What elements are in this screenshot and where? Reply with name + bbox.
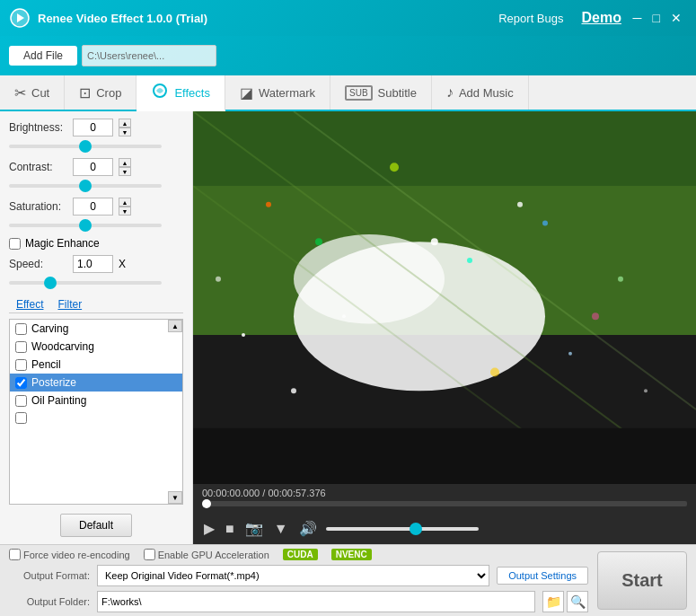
effect-carving[interactable]: Carving — [10, 320, 182, 338]
search-folder-button[interactable]: 🔍 — [567, 591, 588, 612]
format-row: Output Format: Keep Original Video Forma… — [9, 565, 588, 586]
extra-checkbox[interactable] — [15, 412, 27, 424]
tab-watermark[interactable]: ◪ Watermark — [225, 75, 330, 110]
tab-effects[interactable]: Effects — [137, 75, 225, 111]
force-reencode-label[interactable]: Force video re-encoding — [9, 549, 130, 560]
effect-extra[interactable] — [10, 409, 182, 427]
scroll-down-arrow[interactable]: ▼ — [168, 491, 182, 504]
output-format-label: Output Format: — [9, 570, 90, 581]
magic-enhance-row: Magic Enhance — [9, 237, 183, 250]
effect-posterize[interactable]: Posterize — [10, 374, 182, 392]
scroll-up-arrow[interactable]: ▲ — [168, 320, 182, 332]
svg-point-9 — [315, 238, 322, 245]
saturation-down[interactable]: ▼ — [119, 207, 131, 216]
file-path-input[interactable] — [82, 45, 216, 66]
svg-point-23 — [568, 352, 572, 356]
volume-slider[interactable] — [326, 527, 479, 531]
saturation-slider[interactable] — [9, 224, 162, 227]
close-button[interactable]: ✕ — [665, 9, 687, 27]
woodcarving-checkbox[interactable] — [15, 341, 27, 353]
effects-list: Carving Woodcarving Pencil Posterize Oil… — [10, 320, 182, 504]
right-panel: 00:00:00.000 / 00:00:57.376 ▶ ■ 📷 ▼ 🔊 — [193, 111, 696, 544]
stop-button[interactable]: ■ — [224, 519, 236, 539]
speed-slider[interactable] — [9, 281, 162, 285]
output-format-select[interactable]: Keep Original Video Format(*.mp4) — [97, 565, 489, 586]
start-button[interactable]: Start — [597, 551, 687, 610]
folder-buttons: 📁 🔍 — [542, 591, 588, 612]
player-controls: ▶ ■ 📷 ▼ 🔊 — [193, 513, 696, 544]
effect-woodcarving[interactable]: Woodcarving — [10, 338, 182, 356]
tab-crop[interactable]: ⊡ Crop — [65, 75, 137, 110]
posterize-checkbox[interactable] — [15, 377, 27, 389]
add-file-button[interactable]: Add File — [9, 46, 77, 66]
svg-point-10 — [490, 368, 499, 377]
time-current: 00:00:00.000 — [202, 488, 260, 498]
enable-gpu-label[interactable]: Enable GPU Acceleration — [144, 549, 269, 560]
effect-pencil[interactable]: Pencil — [10, 356, 182, 374]
tab-cut[interactable]: ✂ Cut — [0, 75, 65, 110]
contrast-down[interactable]: ▼ — [119, 167, 131, 176]
svg-point-18 — [242, 333, 245, 337]
brightness-slider-row — [9, 138, 183, 151]
svg-point-8 — [266, 202, 271, 207]
speed-unit: X — [119, 258, 126, 270]
brightness-row: Brightness: ▲ ▼ — [9, 119, 183, 136]
brightness-slider[interactable] — [9, 145, 162, 148]
magic-enhance-label: Magic Enhance — [25, 237, 100, 250]
saturation-slider-row — [9, 217, 183, 230]
svg-point-12 — [592, 312, 599, 320]
saturation-input[interactable] — [73, 198, 113, 216]
brightness-input[interactable] — [73, 119, 113, 136]
browse-folder-button[interactable]: 📁 — [542, 591, 564, 612]
contrast-up[interactable]: ▲ — [119, 158, 131, 167]
speed-input[interactable] — [73, 255, 113, 273]
saturation-up[interactable]: ▲ — [119, 198, 131, 207]
crop-icon: ⊡ — [79, 84, 91, 101]
maximize-button[interactable]: □ — [648, 9, 665, 27]
saturation-label: Saturation: — [9, 200, 67, 213]
svg-point-26 — [216, 277, 221, 282]
svg-point-25 — [644, 389, 648, 392]
oil-painting-checkbox[interactable] — [15, 395, 27, 407]
bottom-bar: Force video re-encoding Enable GPU Accel… — [0, 544, 696, 616]
video-preview — [193, 111, 696, 484]
tab-add-music[interactable]: ♪ Add Music — [432, 75, 529, 110]
svg-point-7 — [294, 234, 445, 324]
filter-tab[interactable]: Filter — [50, 296, 89, 312]
contrast-input[interactable] — [73, 158, 113, 176]
progress-bar[interactable] — [202, 501, 687, 506]
brightness-up[interactable]: ▲ — [119, 119, 131, 128]
brightness-spinners: ▲ ▼ — [119, 119, 131, 136]
volume-button[interactable]: 🔊 — [297, 518, 319, 539]
output-settings-button[interactable]: Output Settings — [497, 567, 588, 585]
effect-oil-painting[interactable]: Oil Painting — [10, 392, 182, 409]
default-button[interactable]: Default — [60, 514, 132, 537]
effect-tab[interactable]: Effect — [9, 296, 50, 312]
carving-checkbox[interactable] — [15, 323, 27, 335]
svg-point-14 — [467, 258, 472, 263]
contrast-label: Contrast: — [9, 161, 67, 173]
tab-crop-label: Crop — [96, 86, 121, 100]
screenshot-dropdown[interactable]: ▼ — [272, 519, 290, 539]
contrast-slider[interactable] — [9, 184, 162, 188]
force-reencode-text: Force video re-encoding — [23, 550, 130, 560]
force-reencode-checkbox[interactable] — [9, 549, 21, 560]
output-folder-input[interactable] — [97, 591, 535, 612]
magic-enhance-checkbox[interactable] — [9, 238, 21, 250]
report-bugs-link[interactable]: Report Bugs — [498, 12, 563, 25]
title-bar: Renee Video Effect 1.0.0 (Trial) Report … — [0, 0, 696, 36]
play-button[interactable]: ▶ — [202, 518, 216, 539]
brightness-down[interactable]: ▼ — [119, 128, 131, 136]
pencil-checkbox[interactable] — [15, 359, 27, 371]
nvenc-badge: NVENC — [331, 549, 372, 560]
cut-icon: ✂ — [14, 84, 26, 101]
brightness-label: Brightness: — [9, 121, 67, 134]
time-bar: 00:00:00.000 / 00:00:57.376 — [193, 484, 696, 513]
enable-gpu-checkbox[interactable] — [144, 549, 155, 560]
tab-subtitle[interactable]: SUB Subtitle — [330, 75, 432, 110]
screenshot-button[interactable]: 📷 — [243, 518, 265, 539]
progress-thumb[interactable] — [202, 499, 211, 508]
minimize-button[interactable]: ─ — [628, 9, 648, 27]
effects-list-container: Carving Woodcarving Pencil Posterize Oil… — [9, 319, 183, 505]
bottom-left: Force video re-encoding Enable GPU Accel… — [9, 549, 588, 612]
